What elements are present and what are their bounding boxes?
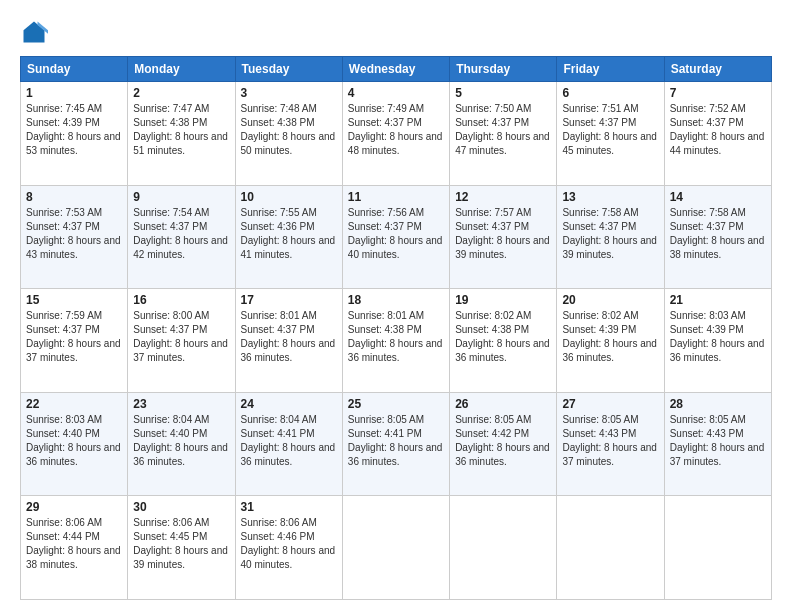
day-info: Sunrise: 7:52 AMSunset: 4:37 PMDaylight:… <box>670 103 765 156</box>
calendar-cell: 18Sunrise: 8:01 AMSunset: 4:38 PMDayligh… <box>342 289 449 393</box>
day-info: Sunrise: 8:05 AMSunset: 4:43 PMDaylight:… <box>562 414 657 467</box>
day-number: 8 <box>26 190 122 204</box>
svg-marker-0 <box>24 22 45 43</box>
day-info: Sunrise: 8:00 AMSunset: 4:37 PMDaylight:… <box>133 310 228 363</box>
weekday-header-saturday: Saturday <box>664 57 771 82</box>
day-info: Sunrise: 8:02 AMSunset: 4:39 PMDaylight:… <box>562 310 657 363</box>
day-info: Sunrise: 7:56 AMSunset: 4:37 PMDaylight:… <box>348 207 443 260</box>
day-info: Sunrise: 7:49 AMSunset: 4:37 PMDaylight:… <box>348 103 443 156</box>
calendar-cell: 24Sunrise: 8:04 AMSunset: 4:41 PMDayligh… <box>235 392 342 496</box>
calendar-table: SundayMondayTuesdayWednesdayThursdayFrid… <box>20 56 772 600</box>
calendar-cell: 30Sunrise: 8:06 AMSunset: 4:45 PMDayligh… <box>128 496 235 600</box>
day-info: Sunrise: 8:06 AMSunset: 4:45 PMDaylight:… <box>133 517 228 570</box>
calendar-cell: 21Sunrise: 8:03 AMSunset: 4:39 PMDayligh… <box>664 289 771 393</box>
calendar-cell: 11Sunrise: 7:56 AMSunset: 4:37 PMDayligh… <box>342 185 449 289</box>
weekday-header-monday: Monday <box>128 57 235 82</box>
day-number: 4 <box>348 86 444 100</box>
day-number: 17 <box>241 293 337 307</box>
calendar-cell: 22Sunrise: 8:03 AMSunset: 4:40 PMDayligh… <box>21 392 128 496</box>
calendar-cell: 29Sunrise: 8:06 AMSunset: 4:44 PMDayligh… <box>21 496 128 600</box>
day-number: 25 <box>348 397 444 411</box>
calendar-cell: 12Sunrise: 7:57 AMSunset: 4:37 PMDayligh… <box>450 185 557 289</box>
calendar-cell: 6Sunrise: 7:51 AMSunset: 4:37 PMDaylight… <box>557 82 664 186</box>
calendar-cell <box>557 496 664 600</box>
day-info: Sunrise: 7:47 AMSunset: 4:38 PMDaylight:… <box>133 103 228 156</box>
calendar-cell: 2Sunrise: 7:47 AMSunset: 4:38 PMDaylight… <box>128 82 235 186</box>
day-info: Sunrise: 8:06 AMSunset: 4:46 PMDaylight:… <box>241 517 336 570</box>
calendar-cell: 1Sunrise: 7:45 AMSunset: 4:39 PMDaylight… <box>21 82 128 186</box>
day-number: 1 <box>26 86 122 100</box>
day-info: Sunrise: 7:54 AMSunset: 4:37 PMDaylight:… <box>133 207 228 260</box>
day-number: 10 <box>241 190 337 204</box>
day-number: 9 <box>133 190 229 204</box>
calendar-cell: 9Sunrise: 7:54 AMSunset: 4:37 PMDaylight… <box>128 185 235 289</box>
day-info: Sunrise: 8:01 AMSunset: 4:37 PMDaylight:… <box>241 310 336 363</box>
day-info: Sunrise: 7:51 AMSunset: 4:37 PMDaylight:… <box>562 103 657 156</box>
week-row-3: 15Sunrise: 7:59 AMSunset: 4:37 PMDayligh… <box>21 289 772 393</box>
calendar-cell: 13Sunrise: 7:58 AMSunset: 4:37 PMDayligh… <box>557 185 664 289</box>
day-info: Sunrise: 8:02 AMSunset: 4:38 PMDaylight:… <box>455 310 550 363</box>
calendar-cell <box>664 496 771 600</box>
day-number: 22 <box>26 397 122 411</box>
weekday-header-tuesday: Tuesday <box>235 57 342 82</box>
calendar-cell: 28Sunrise: 8:05 AMSunset: 4:43 PMDayligh… <box>664 392 771 496</box>
logo-icon <box>20 18 48 46</box>
day-number: 27 <box>562 397 658 411</box>
day-number: 24 <box>241 397 337 411</box>
day-number: 18 <box>348 293 444 307</box>
calendar-cell: 15Sunrise: 7:59 AMSunset: 4:37 PMDayligh… <box>21 289 128 393</box>
day-number: 20 <box>562 293 658 307</box>
week-row-2: 8Sunrise: 7:53 AMSunset: 4:37 PMDaylight… <box>21 185 772 289</box>
day-number: 26 <box>455 397 551 411</box>
day-info: Sunrise: 8:06 AMSunset: 4:44 PMDaylight:… <box>26 517 121 570</box>
day-number: 15 <box>26 293 122 307</box>
day-info: Sunrise: 7:55 AMSunset: 4:36 PMDaylight:… <box>241 207 336 260</box>
day-number: 29 <box>26 500 122 514</box>
day-number: 16 <box>133 293 229 307</box>
day-number: 19 <box>455 293 551 307</box>
calendar-cell <box>342 496 449 600</box>
day-number: 30 <box>133 500 229 514</box>
day-number: 13 <box>562 190 658 204</box>
calendar-cell: 20Sunrise: 8:02 AMSunset: 4:39 PMDayligh… <box>557 289 664 393</box>
calendar-cell <box>450 496 557 600</box>
day-number: 11 <box>348 190 444 204</box>
day-info: Sunrise: 7:48 AMSunset: 4:38 PMDaylight:… <box>241 103 336 156</box>
day-number: 23 <box>133 397 229 411</box>
day-number: 31 <box>241 500 337 514</box>
day-info: Sunrise: 8:04 AMSunset: 4:41 PMDaylight:… <box>241 414 336 467</box>
calendar-cell: 23Sunrise: 8:04 AMSunset: 4:40 PMDayligh… <box>128 392 235 496</box>
day-info: Sunrise: 8:01 AMSunset: 4:38 PMDaylight:… <box>348 310 443 363</box>
day-info: Sunrise: 7:57 AMSunset: 4:37 PMDaylight:… <box>455 207 550 260</box>
day-number: 2 <box>133 86 229 100</box>
weekday-header-wednesday: Wednesday <box>342 57 449 82</box>
calendar-cell: 27Sunrise: 8:05 AMSunset: 4:43 PMDayligh… <box>557 392 664 496</box>
calendar-cell: 3Sunrise: 7:48 AMSunset: 4:38 PMDaylight… <box>235 82 342 186</box>
day-info: Sunrise: 7:59 AMSunset: 4:37 PMDaylight:… <box>26 310 121 363</box>
day-number: 5 <box>455 86 551 100</box>
day-info: Sunrise: 8:05 AMSunset: 4:41 PMDaylight:… <box>348 414 443 467</box>
day-number: 3 <box>241 86 337 100</box>
weekday-header-friday: Friday <box>557 57 664 82</box>
calendar-cell: 19Sunrise: 8:02 AMSunset: 4:38 PMDayligh… <box>450 289 557 393</box>
day-info: Sunrise: 8:05 AMSunset: 4:42 PMDaylight:… <box>455 414 550 467</box>
day-info: Sunrise: 7:53 AMSunset: 4:37 PMDaylight:… <box>26 207 121 260</box>
day-info: Sunrise: 8:03 AMSunset: 4:40 PMDaylight:… <box>26 414 121 467</box>
day-info: Sunrise: 8:03 AMSunset: 4:39 PMDaylight:… <box>670 310 765 363</box>
week-row-5: 29Sunrise: 8:06 AMSunset: 4:44 PMDayligh… <box>21 496 772 600</box>
calendar-cell: 10Sunrise: 7:55 AMSunset: 4:36 PMDayligh… <box>235 185 342 289</box>
calendar-cell: 17Sunrise: 8:01 AMSunset: 4:37 PMDayligh… <box>235 289 342 393</box>
week-row-4: 22Sunrise: 8:03 AMSunset: 4:40 PMDayligh… <box>21 392 772 496</box>
calendar-cell: 7Sunrise: 7:52 AMSunset: 4:37 PMDaylight… <box>664 82 771 186</box>
calendar-cell: 26Sunrise: 8:05 AMSunset: 4:42 PMDayligh… <box>450 392 557 496</box>
calendar-cell: 5Sunrise: 7:50 AMSunset: 4:37 PMDaylight… <box>450 82 557 186</box>
calendar-cell: 4Sunrise: 7:49 AMSunset: 4:37 PMDaylight… <box>342 82 449 186</box>
day-number: 28 <box>670 397 766 411</box>
day-info: Sunrise: 7:50 AMSunset: 4:37 PMDaylight:… <box>455 103 550 156</box>
weekday-header-thursday: Thursday <box>450 57 557 82</box>
calendar-cell: 31Sunrise: 8:06 AMSunset: 4:46 PMDayligh… <box>235 496 342 600</box>
day-number: 6 <box>562 86 658 100</box>
calendar-cell: 14Sunrise: 7:58 AMSunset: 4:37 PMDayligh… <box>664 185 771 289</box>
week-row-1: 1Sunrise: 7:45 AMSunset: 4:39 PMDaylight… <box>21 82 772 186</box>
logo <box>20 18 52 46</box>
